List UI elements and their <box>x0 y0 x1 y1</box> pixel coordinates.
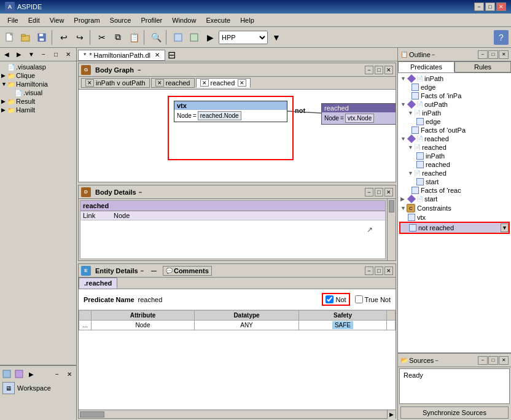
tab-x-3[interactable]: ✕ <box>200 79 209 87</box>
menu-program[interactable]: Program <box>69 15 104 25</box>
tab-reached-1[interactable]: ✕ reached <box>151 78 195 88</box>
ed-minimize[interactable]: − <box>365 266 373 275</box>
tab-x-4[interactable]: ✕ <box>238 79 246 87</box>
menu-source[interactable]: Source <box>105 15 136 25</box>
outline-item-not-reached[interactable]: not reached ▼ <box>399 222 510 234</box>
btn-1[interactable] <box>171 30 185 45</box>
nav-back[interactable]: ◀ <box>1 49 12 60</box>
ed-close[interactable]: ✕ <box>384 266 393 275</box>
hscroll-right[interactable]: ▶ <box>387 410 396 419</box>
ws-close[interactable]: ✕ <box>64 368 75 379</box>
bd-close[interactable]: ✕ <box>384 188 393 196</box>
paste-btn[interactable]: 📋 <box>127 30 141 45</box>
outline-item-reached-sub2[interactable]: ▼ 📄 reached <box>399 169 510 177</box>
new-btn[interactable] <box>2 30 17 45</box>
cut-btn[interactable]: ✂ <box>95 30 109 45</box>
combo-dropdown[interactable]: ▼ <box>269 30 284 45</box>
outline-item-edge-2[interactable]: edge <box>399 117 510 126</box>
outline-item-constraints[interactable]: ▼ C Constraints <box>399 203 510 213</box>
outline-tab-rules[interactable]: Rules <box>454 61 511 72</box>
comments-tab-btn[interactable]: 💬 Comments <box>163 266 212 276</box>
not-checkbox[interactable] <box>326 295 334 303</box>
ws-btn2[interactable] <box>14 368 25 379</box>
ws-btn1[interactable] <box>1 368 12 379</box>
outline-item-start[interactable]: ▶ 📄 start <box>399 195 510 203</box>
btn-2[interactable] <box>187 30 201 45</box>
nav-down[interactable]: ▼ <box>26 49 37 60</box>
menu-profiler[interactable]: Profiler <box>136 15 167 25</box>
outline-item-outpath-group[interactable]: ▼ 📄 outPath <box>399 100 510 109</box>
copy-btn[interactable]: ⧉ <box>111 30 125 45</box>
sources-close[interactable]: ✕ <box>499 356 509 365</box>
tab-inpath-outpath[interactable]: ✕ inPath v outPath <box>81 78 150 88</box>
outline-item-facts-reac[interactable]: Facts of 'reac <box>399 186 510 195</box>
entity-tab-reached[interactable]: .reached <box>79 278 117 289</box>
outline-tab-predicates[interactable]: Predicates <box>398 61 454 72</box>
maximize-btn[interactable]: □ <box>485 2 495 11</box>
expand-editor-btn[interactable]: ⊟ <box>168 49 176 61</box>
menu-window[interactable]: Window <box>167 15 201 25</box>
tree-item-visual[interactable]: 📄 .visual <box>1 88 75 97</box>
outline-item-facts-outpa[interactable]: Facts of 'outPa <box>399 126 510 134</box>
outline-item-reached-sub-doc[interactable]: reached <box>399 160 510 169</box>
outline-maximize[interactable]: □ <box>488 50 498 59</box>
true-not-checkbox[interactable] <box>355 295 363 303</box>
tree-item-result[interactable]: ▶ 📁 Result <box>1 97 75 106</box>
bd-minimize[interactable]: − <box>365 188 373 196</box>
help-btn[interactable]: ? <box>494 30 509 45</box>
outline-item-inpath-group[interactable]: ▼ 📄 inPath <box>399 74 510 83</box>
file-tab-close[interactable]: ✕ <box>155 52 160 58</box>
body-graph-minimize[interactable]: − <box>365 66 373 74</box>
outline-minimize[interactable]: − <box>478 50 488 59</box>
workspace-area[interactable]: 🖥 Workspace <box>1 381 75 395</box>
menu-view[interactable]: View <box>45 15 69 25</box>
menu-file[interactable]: File <box>2 15 23 25</box>
body-graph-close[interactable]: ✕ <box>384 66 393 74</box>
undo-btn[interactable]: ↩ <box>57 30 71 45</box>
redo-btn[interactable]: ↪ <box>72 30 87 45</box>
file-tab-hamiltonianpath[interactable]: * * HamiltonianPath.dl ✕ <box>78 50 165 61</box>
tree-item-clique[interactable]: ▶ 📁 Clique <box>1 71 75 80</box>
sync-sources-btn[interactable]: Synchronize Sources <box>400 406 509 419</box>
outline-item-start-sub[interactable]: start <box>399 177 510 186</box>
ws-minimize[interactable]: − <box>52 368 63 379</box>
close-panel[interactable]: ✕ <box>63 49 74 60</box>
menu-help[interactable]: Help <box>235 15 259 25</box>
body-graph-maximize[interactable]: □ <box>375 66 383 74</box>
minimize-btn[interactable]: − <box>474 2 484 11</box>
combo-box[interactable]: HPP <box>219 31 268 44</box>
minimize-panel[interactable]: − <box>38 49 49 60</box>
sources-maximize[interactable]: □ <box>488 356 498 365</box>
hscrollbar-entity[interactable]: ▶ <box>79 410 396 418</box>
close-btn[interactable]: ✕ <box>496 2 506 11</box>
outline-item-reached-group[interactable]: ▼ 📄 reached <box>399 134 510 143</box>
tab-x-2[interactable]: ✕ <box>155 79 164 87</box>
tree-item-hamilton[interactable]: ▼ 📁 Hamiltonia <box>1 80 75 88</box>
search-btn[interactable]: 🔍 <box>149 30 163 45</box>
ed-maximize[interactable]: □ <box>375 266 383 275</box>
tab-x-1[interactable]: ✕ <box>85 79 94 87</box>
ws-arrow[interactable]: ▶ <box>26 368 37 379</box>
outline-item-edge-1[interactable]: edge <box>399 83 510 91</box>
btn-3[interactable]: ▶ <box>203 30 217 45</box>
menu-execute[interactable]: Execute <box>201 15 235 25</box>
dropdown-arrow[interactable]: ▼ <box>501 224 509 232</box>
bd-maximize[interactable]: □ <box>375 188 383 196</box>
outline-item-vtx[interactable]: vtx <box>399 213 510 222</box>
tab-reached-2[interactable]: ✕ reached ✕ <box>196 78 251 88</box>
outline-item-reached-sub1[interactable]: ▼ 📄 reached <box>399 143 510 152</box>
maximize-panel[interactable]: □ <box>50 49 61 60</box>
tree-item-visualasp[interactable]: 📄 .visualasp <box>1 63 75 71</box>
scroll-thumb-bd[interactable] <box>389 200 394 212</box>
sources-minimize[interactable]: − <box>478 356 488 365</box>
outline-item-facts-inpa[interactable]: Facts of 'inPa <box>399 91 510 100</box>
outline-close[interactable]: ✕ <box>499 50 509 59</box>
menu-edit[interactable]: Edit <box>23 15 45 25</box>
nav-forward[interactable]: ▶ <box>14 49 25 60</box>
outline-item-inpath-2[interactable]: ▼ 📄 inPath <box>399 109 510 117</box>
outline-item-inpath-sub[interactable]: inPath <box>399 152 510 160</box>
tree-item-hamilt[interactable]: ▶ 📁 Hamilt <box>1 106 75 114</box>
not-checkbox-outlined[interactable]: Not <box>322 293 349 306</box>
hscroll-thumb[interactable] <box>80 411 104 418</box>
col-scrollbtn[interactable] <box>387 311 396 321</box>
